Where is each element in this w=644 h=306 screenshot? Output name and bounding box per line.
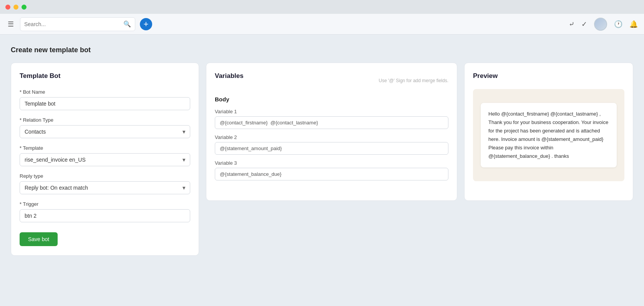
hamburger-icon[interactable]: ☰ xyxy=(6,18,15,30)
main-content: Create new template bot Template Bot * B… xyxy=(0,35,644,263)
variable-3-label: Variable 3 xyxy=(215,160,448,166)
check-icon[interactable]: ✓ xyxy=(581,20,587,28)
search-icon: 🔍 xyxy=(123,20,131,28)
template-select[interactable]: rise_send_invoice en_US xyxy=(20,153,190,166)
variables-card: Variables Use '@' Sign for add merge fie… xyxy=(206,63,457,201)
close-btn[interactable] xyxy=(5,5,10,10)
preview-inner: Hello @{contact_firstname} @{contact_las… xyxy=(473,89,624,181)
history-icon[interactable]: 🕐 xyxy=(614,20,622,28)
template-bot-card-title: Template Bot xyxy=(20,72,190,80)
page-title: Create new template bot xyxy=(11,46,633,54)
variable-3-input[interactable] xyxy=(215,168,448,180)
variable-1-input[interactable] xyxy=(215,116,448,129)
variable-2-group: Variable 2 xyxy=(215,134,448,155)
template-bot-card: Template Bot * Bot Name * Relation Type … xyxy=(11,63,199,256)
avatar[interactable] xyxy=(594,18,607,31)
bot-name-label: * Bot Name xyxy=(20,89,190,95)
bot-name-input[interactable] xyxy=(20,97,190,110)
add-button[interactable]: + xyxy=(140,18,152,30)
body-section-title: Body xyxy=(215,96,448,103)
relation-type-select-wrapper: Contacts Leads Deals ▼ xyxy=(20,125,190,138)
trigger-input[interactable] xyxy=(20,209,190,222)
preview-card-title: Preview xyxy=(473,72,624,80)
titlebar xyxy=(0,0,644,14)
bell-icon[interactable]: 🔔 xyxy=(629,20,638,28)
reply-type-select[interactable]: Reply bot: On exact match Reply bot: On … xyxy=(20,181,190,194)
maximize-btn[interactable] xyxy=(22,5,27,10)
template-select-wrapper: rise_send_invoice en_US ▼ xyxy=(20,153,190,166)
variable-1-group: Variable 1 xyxy=(215,109,448,129)
template-group: * Template rise_send_invoice en_US ▼ xyxy=(20,145,190,166)
variable-2-label: Variable 2 xyxy=(215,134,448,140)
bot-name-group: * Bot Name xyxy=(20,89,190,110)
relation-type-select[interactable]: Contacts Leads Deals xyxy=(20,125,190,138)
cards-row: Template Bot * Bot Name * Relation Type … xyxy=(11,63,633,256)
reply-type-label: Reply type xyxy=(20,173,190,179)
search-input[interactable] xyxy=(24,21,121,27)
variable-3-group: Variable 3 xyxy=(215,160,448,180)
reply-type-select-wrapper: Reply bot: On exact match Reply bot: On … xyxy=(20,181,190,194)
topbar: ☰ 🔍 + ⤶ ✓ 🕐 🔔 xyxy=(0,14,644,35)
share-icon[interactable]: ⤶ xyxy=(569,20,574,28)
preview-card: Preview Hello @{contact_firstname} @{con… xyxy=(464,63,633,201)
variables-hint: Use '@' Sign for add merge fields. xyxy=(378,78,448,83)
relation-type-group: * Relation Type Contacts Leads Deals ▼ xyxy=(20,117,190,138)
preview-message: Hello @{contact_firstname} @{contact_las… xyxy=(481,103,617,168)
variables-header: Variables Use '@' Sign for add merge fie… xyxy=(215,72,448,89)
topbar-right: ⤶ ✓ 🕐 🔔 xyxy=(569,18,638,31)
reply-type-group: Reply type Reply bot: On exact match Rep… xyxy=(20,173,190,194)
variable-1-label: Variable 1 xyxy=(215,109,448,114)
relation-type-label: * Relation Type xyxy=(20,117,190,123)
trigger-group: * Trigger xyxy=(20,201,190,222)
template-label: * Template xyxy=(20,145,190,151)
save-bot-button[interactable]: Save bot xyxy=(20,232,58,246)
trigger-label: * Trigger xyxy=(20,201,190,207)
variable-2-input[interactable] xyxy=(215,142,448,155)
variables-card-title: Variables xyxy=(215,72,244,80)
minimize-btn[interactable] xyxy=(13,5,18,10)
search-box: 🔍 xyxy=(20,17,135,31)
